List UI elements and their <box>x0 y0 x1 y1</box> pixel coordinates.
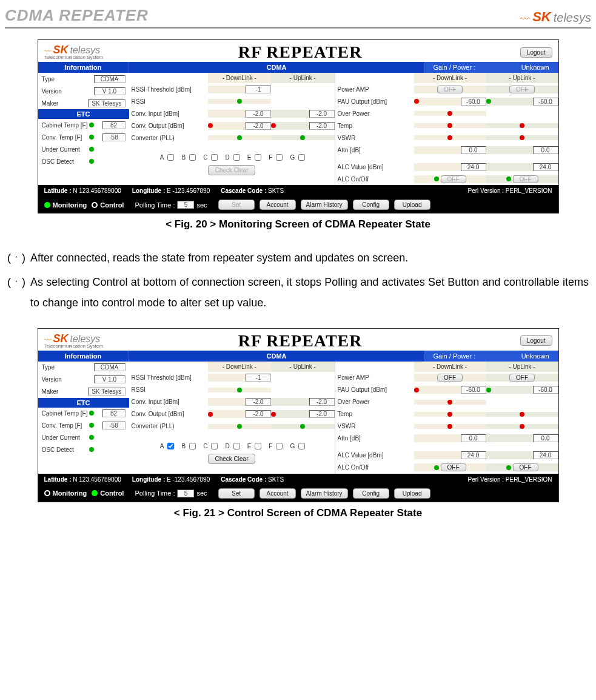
monitoring-radio[interactable]: Monitoring <box>44 490 87 497</box>
attn-ul[interactable]: 0.0 <box>533 434 558 442</box>
conv-output-ul: -2.0 <box>309 122 335 130</box>
radio-off-icon <box>92 202 98 208</box>
chan-d-checkbox[interactable] <box>233 154 240 161</box>
alarm-history-button[interactable]: Alarm History <box>301 488 348 499</box>
conv-output-dl: -2.0 <box>246 410 271 418</box>
monitoring-radio[interactable]: Monitoring <box>44 201 87 209</box>
chan-d-checkbox[interactable] <box>233 443 240 449</box>
tab-cdma: CDMA <box>129 62 425 73</box>
upload-button[interactable]: Upload <box>394 488 430 499</box>
logout-button[interactable]: Logout <box>520 47 552 58</box>
led-icon <box>520 424 524 429</box>
alarm-history-button[interactable]: Alarm History <box>301 200 348 210</box>
led-icon <box>208 123 213 128</box>
logout-button[interactable]: Logout <box>520 335 552 346</box>
polling-unit: sec <box>196 201 207 209</box>
conv-output-label: Conv. Output [dBm] <box>129 123 208 129</box>
rssi-threshold-value: -1 <box>246 86 271 93</box>
tab-information: Information <box>38 351 129 362</box>
perl-version-value: PERL_VERSION <box>506 476 552 483</box>
alc-value-ul[interactable]: 24.0 <box>533 451 558 459</box>
chan-c-checkbox[interactable] <box>211 443 218 449</box>
conv-temp-label: Conv. Temp [F] <box>42 422 89 429</box>
chan-a-checkbox[interactable] <box>167 154 174 161</box>
chan-g-label: G <box>290 443 295 449</box>
led-icon <box>237 99 242 104</box>
pau-output-dl: -60.0 <box>461 386 486 394</box>
alc-value-ul: 24.0 <box>533 163 558 171</box>
version-label: Version <box>42 376 89 383</box>
control-radio[interactable]: Control <box>92 201 124 209</box>
wings-icon: 〰 <box>44 337 52 344</box>
led-icon <box>447 400 452 405</box>
chan-g-checkbox[interactable] <box>298 154 305 161</box>
chan-g-checkbox[interactable] <box>298 443 305 449</box>
conv-input-ul: -2.0 <box>309 398 335 406</box>
section-tabs: Information CDMA Gain / Power : Unknown <box>38 351 558 362</box>
config-button[interactable]: Config <box>353 488 389 499</box>
rssi-threshold-value[interactable]: -1 <box>246 374 271 382</box>
power-amp-ul[interactable]: OFF <box>509 374 535 382</box>
conv-input-dl: -2.0 <box>246 398 271 406</box>
perl-version-label: Perl Version : <box>468 476 504 483</box>
attn-label: Attn [dB] <box>335 147 414 153</box>
chan-b-checkbox[interactable] <box>189 443 196 449</box>
control-label: Control <box>100 201 124 209</box>
alc-value-label: ALC Value [dBm] <box>335 164 414 170</box>
cabinet-temp-label: Cabinet Temp [F] <box>42 122 89 129</box>
check-clear-button[interactable]: Check Clear <box>208 454 255 464</box>
config-button[interactable]: Config <box>353 200 389 210</box>
chan-f-checkbox[interactable] <box>276 154 283 161</box>
chan-e-checkbox[interactable] <box>255 443 261 449</box>
alc-onoff-dl[interactable]: OFF <box>441 175 466 183</box>
chan-f-checkbox[interactable] <box>276 443 283 449</box>
attn-dl[interactable]: 0.0 <box>461 434 486 442</box>
longitude-value: E -123.4567890 <box>167 476 210 483</box>
alc-onoff-ul[interactable]: OFF <box>513 175 538 183</box>
chan-b-label: B <box>181 443 186 449</box>
chan-d-label: D <box>225 443 229 449</box>
alc-onoff-ul[interactable]: OFF <box>513 463 538 471</box>
set-button[interactable]: Set <box>218 200 255 210</box>
longitude-label: Longitude : <box>132 187 165 194</box>
led-icon <box>447 111 452 116</box>
attn-ul: 0.0 <box>533 146 558 154</box>
power-amp-dl[interactable]: OFF <box>437 374 463 382</box>
polling-value[interactable]: 5 <box>177 201 194 209</box>
led-icon <box>89 123 94 127</box>
polling-value[interactable]: 5 <box>177 490 194 497</box>
osc-detect-label: OSC Detect <box>42 158 89 165</box>
chan-c-checkbox[interactable] <box>211 154 218 161</box>
set-button[interactable]: Set <box>218 488 255 499</box>
led-icon <box>237 135 242 140</box>
chan-e-checkbox[interactable] <box>255 154 261 161</box>
rssi-label: RSSI <box>129 98 208 105</box>
chan-a-label: A <box>160 443 164 449</box>
cabinet-temp-value: 82 <box>102 409 126 417</box>
power-amp-dl[interactable]: OFF <box>437 86 463 93</box>
logo-sk-text: SK <box>53 333 69 344</box>
rssi-threshold-label: RSSI Threshold [dBm] <box>129 374 208 381</box>
channel-checks: A B C D E F G <box>129 150 335 164</box>
alc-onoff-dl[interactable]: OFF <box>441 463 466 471</box>
etc-header: ETC <box>38 398 129 408</box>
account-button[interactable]: Account <box>259 200 296 210</box>
chan-b-checkbox[interactable] <box>189 154 196 161</box>
control-radio[interactable]: Control <box>92 490 124 497</box>
longitude-value: E -123.4567890 <box>167 187 210 194</box>
led-icon <box>447 424 452 429</box>
type-label: Type <box>42 76 89 82</box>
conv-input-label: Conv. Input [dBm] <box>129 399 208 405</box>
check-clear-button[interactable]: Check Clear <box>208 165 255 175</box>
upload-button[interactable]: Upload <box>394 200 430 210</box>
alc-value-dl[interactable]: 24.0 <box>461 451 486 459</box>
downlink-header: - DownLink - <box>414 362 486 372</box>
app-logo: 〰 SK telesys Telecommunication System <box>44 333 103 349</box>
power-amp-ul[interactable]: OFF <box>509 86 535 93</box>
channel-checks: A B C D E F G <box>129 439 335 453</box>
gain-power-label: Gain / Power : <box>434 64 476 71</box>
chan-a-checkbox[interactable] <box>167 443 174 449</box>
under-current-label: Under Current <box>42 146 89 153</box>
account-button[interactable]: Account <box>259 488 296 499</box>
cabinet-temp-label: Cabinet Temp [F] <box>42 410 89 417</box>
